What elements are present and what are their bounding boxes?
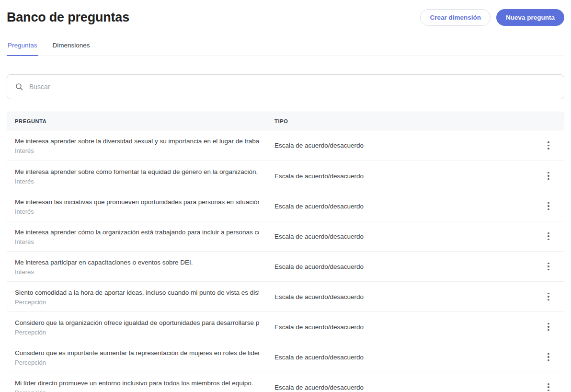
question-type: Escala de acuerdo/desacuerdo: [267, 233, 533, 240]
table-row: Me interesa aprender cómo la organizació…: [7, 221, 564, 251]
table-header: PREGUNTA TIPO: [7, 112, 564, 130]
new-question-button[interactable]: Nueva pregunta: [496, 9, 564, 26]
header-actions: Crear dimensión Nueva pregunta: [420, 9, 564, 26]
create-dimension-button[interactable]: Crear dimensión: [420, 9, 491, 26]
question-type: Escala de acuerdo/desacuerdo: [267, 173, 533, 180]
table-row: Me interesan las iniciativas que promuev…: [7, 191, 564, 221]
question-category: Interés: [15, 208, 259, 215]
question-text: Me interesa aprender cómo la organizació…: [15, 228, 259, 237]
question-text: Considero que la organización ofrece igu…: [15, 318, 259, 327]
tabs: Preguntas Dimensiones: [7, 39, 564, 56]
row-menu-button[interactable]: [544, 259, 553, 275]
topbar: Banco de preguntas Crear dimensión Nueva…: [7, 0, 564, 26]
row-menu-button[interactable]: [544, 198, 553, 214]
question-text: Me interesa aprender sobre la diversidad…: [15, 137, 259, 146]
question-category: Percepción: [15, 389, 259, 392]
question-text: Me interesan las iniciativas que promuev…: [15, 197, 259, 207]
search-input[interactable]: [29, 83, 556, 91]
question-category: Percepción: [15, 359, 259, 366]
search-box[interactable]: [7, 74, 564, 99]
table-row: Me interesa participar en capacitaciones…: [7, 251, 564, 281]
question-text: Considero que es importante aumentar la …: [15, 348, 259, 357]
column-header-tipo: TIPO: [267, 118, 533, 124]
question-type: Escala de acuerdo/desacuerdo: [267, 354, 533, 361]
table-row: Me interesa aprender sobre cómo fomentar…: [7, 161, 564, 191]
question-type: Escala de acuerdo/desacuerdo: [267, 142, 533, 149]
search-icon: [15, 82, 23, 91]
row-menu-button[interactable]: [544, 319, 553, 335]
question-type: Escala de acuerdo/desacuerdo: [267, 384, 533, 391]
question-text: Mi líder directo promueve un entorno inc…: [15, 379, 259, 388]
tab-preguntas[interactable]: Preguntas: [7, 39, 38, 56]
question-category: Interés: [15, 268, 259, 276]
table-row: Considero que es importante aumentar la …: [7, 342, 564, 372]
question-text: Me interesa aprender sobre cómo fomentar…: [15, 167, 259, 176]
table-row: Siento comodidad a la hora de aportar id…: [7, 281, 564, 311]
table-row: Considero que la organización ofrece igu…: [7, 311, 564, 342]
page-title: Banco de preguntas: [7, 10, 129, 25]
question-type: Escala de acuerdo/desacuerdo: [267, 263, 533, 270]
question-bank-page: Banco de preguntas Crear dimensión Nueva…: [0, 0, 571, 392]
question-type: Escala de acuerdo/desacuerdo: [267, 293, 533, 300]
row-menu-button[interactable]: [544, 168, 553, 184]
questions-table: PREGUNTA TIPO Me interesa aprender sobre…: [7, 112, 564, 392]
row-menu-button[interactable]: [544, 289, 553, 305]
column-header-pregunta: PREGUNTA: [7, 118, 267, 124]
row-menu-button[interactable]: [544, 380, 553, 392]
tab-dimensiones[interactable]: Dimensiones: [52, 39, 91, 56]
question-category: Percepción: [15, 329, 259, 336]
question-text: Siento comodidad a la hora de aportar id…: [15, 288, 259, 297]
question-category: Interés: [15, 178, 259, 185]
table-row: Me interesa aprender sobre la diversidad…: [7, 130, 564, 161]
table-row: Mi líder directo promueve un entorno inc…: [7, 372, 564, 392]
row-menu-button[interactable]: [544, 349, 553, 365]
row-menu-button[interactable]: [544, 229, 553, 244]
question-category: Interés: [15, 238, 259, 245]
question-text: Me interesa participar en capacitaciones…: [15, 258, 259, 267]
question-category: Interés: [15, 147, 259, 154]
question-type: Escala de acuerdo/desacuerdo: [267, 203, 533, 210]
row-menu-button[interactable]: [544, 138, 553, 153]
question-category: Percepción: [15, 299, 259, 306]
question-type: Escala de acuerdo/desacuerdo: [267, 323, 533, 331]
